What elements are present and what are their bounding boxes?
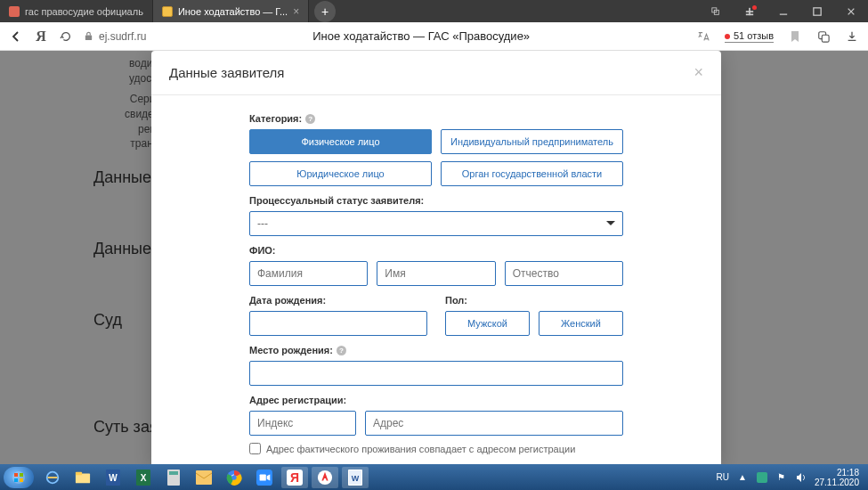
page-title: Иное ходатайство — ГАС «Правосудие» <box>157 29 685 43</box>
tray-volume-icon[interactable] <box>795 471 807 484</box>
tray-security-icon[interactable] <box>756 471 768 484</box>
window-minimize-button[interactable] <box>767 0 800 22</box>
downloads-icon[interactable] <box>845 29 859 44</box>
category-btn-entrepreneur[interactable]: Индивидуальный предприниматель <box>441 129 623 154</box>
svg-rect-3 <box>746 11 753 12</box>
url-display[interactable]: ej.sudrf.ru <box>84 30 146 43</box>
tab-label: Иное ходатайство — Г... <box>178 6 288 17</box>
tray-lang[interactable]: RU <box>716 472 728 482</box>
reg-addr-input[interactable] <box>365 411 623 436</box>
tab-label: гас правосудие официаль <box>25 6 143 17</box>
yandex-icon[interactable]: Я <box>281 467 308 488</box>
category-label: Категория: ? <box>249 113 623 124</box>
svg-rect-17 <box>76 471 82 475</box>
url-text: ej.sudrf.ru <box>99 30 146 43</box>
svg-point-27 <box>231 475 236 479</box>
first-name-input[interactable] <box>377 261 495 286</box>
svg-text:W: W <box>109 473 118 483</box>
bookmark-icon[interactable] <box>788 29 802 44</box>
category-btn-legal[interactable]: Юридическое лицо <box>249 161 432 186</box>
fio-label: ФИО: <box>249 245 623 256</box>
svg-rect-9 <box>822 35 829 42</box>
gender-label: Пол: <box>445 295 623 306</box>
tray-chevron-icon[interactable]: ▲ <box>736 471 749 484</box>
addons-icon[interactable] <box>816 29 831 44</box>
reload-button[interactable] <box>59 29 73 44</box>
svg-rect-5 <box>780 13 787 14</box>
svg-text:X: X <box>141 473 147 483</box>
window-close-button[interactable] <box>834 0 868 22</box>
svg-rect-14 <box>20 478 23 482</box>
translate-icon[interactable] <box>696 29 710 44</box>
reviews-badge[interactable]: 51 отзыв <box>725 30 774 43</box>
tabs-overview-icon[interactable] <box>699 0 733 22</box>
window-maximize-button[interactable] <box>800 0 834 22</box>
browser-titlebar: гас правосудие официаль Иное ходатайство… <box>0 0 868 22</box>
gender-btn-male[interactable]: Мужской <box>445 311 530 336</box>
help-icon[interactable]: ? <box>305 114 315 124</box>
browser-urlbar: Я ej.sudrf.ru Иное ходатайство — ГАС «Пр… <box>0 22 868 51</box>
last-name-input[interactable] <box>249 261 368 286</box>
browser-tab-active[interactable]: Иное ходатайство — Г... × <box>153 0 309 22</box>
word-icon[interactable]: W <box>100 467 126 488</box>
zoom-icon[interactable] <box>251 467 278 488</box>
svg-rect-4 <box>746 13 753 15</box>
system-tray: RU ▲ ⚑ 21:18 27.11.2020 <box>716 468 864 487</box>
yandex-browser-icon[interactable] <box>312 467 338 488</box>
tab-favicon <box>9 6 20 17</box>
category-btn-individual[interactable]: Физическое лицо <box>249 129 432 154</box>
modal-header: Данные заявителя × <box>151 51 721 95</box>
extensions-icon[interactable] <box>733 0 767 22</box>
ie-icon[interactable] <box>39 467 66 488</box>
proc-status-select[interactable]: --- <box>249 211 623 236</box>
tray-flag-icon[interactable]: ⚑ <box>775 471 788 484</box>
svg-rect-6 <box>814 7 821 14</box>
proc-status-label: Процессуальный статус заявителя: <box>249 195 623 206</box>
dob-input[interactable] <box>249 311 427 336</box>
help-icon[interactable]: ? <box>337 346 346 355</box>
dob-label: Дата рождения: <box>249 295 427 306</box>
modal-close-button[interactable]: × <box>694 63 703 82</box>
calc-icon[interactable] <box>160 467 187 488</box>
start-button[interactable] <box>4 467 34 488</box>
reg-addr-label: Адрес регистрации: <box>249 395 623 405</box>
tab-favicon <box>162 6 173 17</box>
svg-rect-13 <box>14 478 18 482</box>
svg-rect-12 <box>20 473 23 477</box>
chrome-icon[interactable] <box>221 467 247 488</box>
explorer-icon[interactable] <box>69 467 96 488</box>
same-address-checkbox-row[interactable]: Адрес фактического проживания совпадает … <box>249 443 623 454</box>
lock-icon <box>84 31 93 41</box>
svg-text:W: W <box>352 474 360 483</box>
word-doc-icon[interactable]: W <box>342 467 369 488</box>
taskbar-pinned: W X Я W <box>39 467 369 488</box>
browser-tab[interactable]: гас правосудие официаль <box>0 0 153 22</box>
modal-body: Категория: ? Физическое лицо Индивидуаль… <box>151 95 721 464</box>
modal-title: Данные заявителя <box>169 65 284 80</box>
new-tab-button[interactable]: + <box>314 1 336 22</box>
birthplace-input[interactable] <box>249 361 623 386</box>
gender-btn-female[interactable]: Женский <box>539 311 623 336</box>
svg-rect-11 <box>14 473 18 477</box>
excel-icon[interactable]: X <box>130 467 157 488</box>
same-address-label: Адрес фактического проживания совпадает … <box>266 444 575 454</box>
outlook-icon[interactable] <box>191 467 217 488</box>
tray-clock[interactable]: 21:18 27.11.2020 <box>815 468 859 487</box>
middle-name-input[interactable] <box>505 261 623 286</box>
same-address-checkbox[interactable] <box>249 443 261 454</box>
applicant-modal: Данные заявителя × Категория: ? Физическ… <box>151 51 721 464</box>
window-controls <box>699 0 868 22</box>
close-tab-icon[interactable]: × <box>293 5 299 18</box>
birthplace-label: Место рождения: ? <box>249 345 623 355</box>
yandex-home-button[interactable]: Я <box>34 29 48 44</box>
category-btn-gov[interactable]: Орган государственной власти <box>441 161 623 186</box>
svg-rect-34 <box>757 472 767 483</box>
page-viewport: водительудостове Серия исвидетелрегисттр… <box>0 51 868 464</box>
back-button[interactable] <box>9 29 23 44</box>
svg-rect-7 <box>85 36 92 41</box>
windows-taskbar: W X Я W RU ▲ ⚑ 21:18 27.11.2020 <box>0 464 868 490</box>
svg-rect-29 <box>260 474 266 480</box>
reg-index-input[interactable] <box>249 411 356 436</box>
svg-rect-24 <box>196 470 212 485</box>
svg-rect-23 <box>169 471 178 475</box>
